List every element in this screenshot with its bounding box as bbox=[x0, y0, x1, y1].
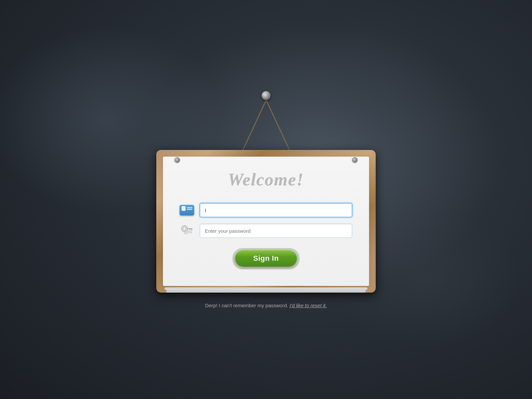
password-row bbox=[180, 223, 352, 238]
id-card-icon bbox=[180, 205, 194, 215]
paper-stack: Welcome! bbox=[163, 157, 369, 286]
keys-icon bbox=[180, 225, 194, 237]
svg-rect-8 bbox=[190, 232, 191, 233]
keys-icon-badge bbox=[180, 223, 194, 238]
wooden-board: Welcome! bbox=[156, 150, 376, 293]
forgot-password-section: Derp! I can't remember my password. I'd … bbox=[205, 303, 327, 308]
svg-rect-2 bbox=[187, 228, 193, 229]
paper: Welcome! bbox=[163, 157, 369, 286]
svg-rect-7 bbox=[188, 231, 192, 232]
scene: Welcome! bbox=[156, 91, 376, 308]
rope-right bbox=[241, 100, 267, 153]
svg-rect-3 bbox=[189, 229, 190, 230]
forgot-password-text: Derp! I can't remember my password. bbox=[205, 303, 288, 308]
reset-password-link[interactable]: I'd like to reset it. bbox=[290, 303, 327, 308]
rope-left bbox=[266, 100, 291, 153]
board-nail-left bbox=[175, 157, 180, 163]
username-input[interactable] bbox=[200, 203, 352, 217]
top-nail bbox=[261, 91, 271, 100]
password-input[interactable] bbox=[200, 223, 352, 238]
ropes bbox=[156, 100, 376, 153]
signin-wrapper: Sign In bbox=[180, 248, 352, 269]
username-row bbox=[180, 203, 352, 217]
id-icon-badge bbox=[180, 203, 194, 217]
signin-button[interactable]: Sign In bbox=[235, 250, 297, 267]
signin-shadow: Sign In bbox=[232, 248, 300, 269]
svg-rect-9 bbox=[191, 232, 192, 233]
board-nail-right bbox=[352, 157, 357, 163]
svg-rect-4 bbox=[191, 229, 192, 230]
welcome-title: Welcome! bbox=[180, 170, 352, 190]
